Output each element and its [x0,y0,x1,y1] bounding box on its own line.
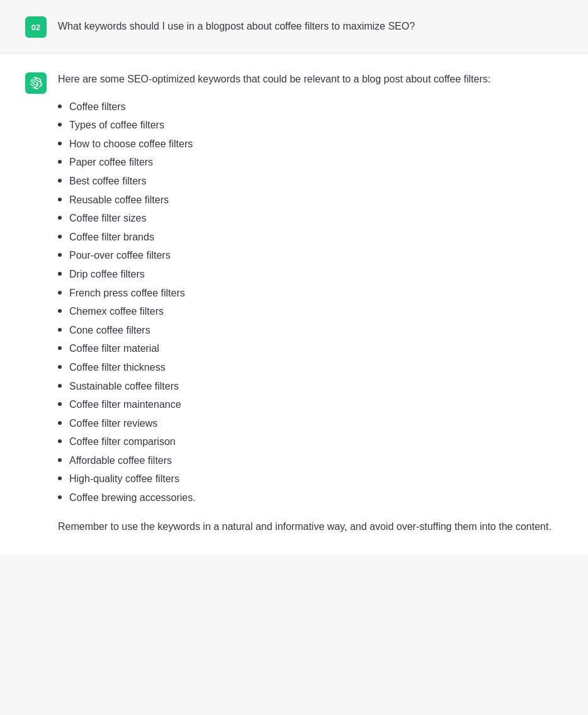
bullet-dot [58,291,62,295]
list-item: Coffee filter comparison [58,434,563,450]
list-item: Reusable coffee filters [58,192,563,208]
keyword-text: How to choose coffee filters [69,136,193,152]
keyword-text: Coffee filter maintenance [69,397,181,413]
list-item: Types of coffee filters [58,117,563,133]
list-item: High-quality coffee filters [58,471,563,487]
list-item: Paper coffee filters [58,154,563,171]
keywords-list: Coffee filtersTypes of coffee filtersHow… [58,99,563,506]
list-item: Coffee filter reviews [58,415,563,432]
list-item: Chemex coffee filters [58,303,563,320]
question-block: 02 What keywords should I use in a blogp… [0,0,588,53]
list-item: Affordable coffee filters [58,453,563,469]
keyword-text: High-quality coffee filters [69,471,179,487]
keyword-text: Best coffee filters [69,173,146,189]
answer-block: Here are some SEO-optimized keywords tha… [0,53,588,555]
keyword-text: Affordable coffee filters [69,453,172,469]
list-item: Coffee filter material [58,341,563,357]
chatgpt-avatar [25,72,47,94]
list-item: French press coffee filters [58,285,563,301]
bullet-dot [58,142,62,145]
list-item: Cone coffee filters [58,322,563,339]
keyword-text: Coffee filters [69,99,126,115]
list-item: Best coffee filters [58,173,563,189]
bullet-dot [58,179,62,183]
list-item: Coffee filter thickness [58,359,563,376]
bullet-dot [58,346,62,350]
list-item: Coffee filters [58,99,563,115]
bullet-dot [58,365,62,369]
bullet-dot [58,160,62,164]
keyword-text: Reusable coffee filters [69,192,169,208]
answer-intro: Here are some SEO-optimized keywords tha… [58,71,563,87]
page-wrapper: 02 What keywords should I use in a blogp… [0,0,588,555]
bullet-dot [58,476,62,480]
keyword-text: Pour-over coffee filters [69,247,171,264]
bullet-dot [58,235,62,239]
keyword-text: Coffee filter reviews [69,415,157,432]
bullet-dot [58,272,62,276]
answer-content: Here are some SEO-optimized keywords tha… [58,71,563,534]
bullet-dot [58,216,62,220]
question-number: 02 [31,23,40,32]
question-number-badge: 02 [25,16,47,38]
keyword-text: Coffee filter material [69,341,159,357]
list-item: How to choose coffee filters [58,136,563,152]
bullet-dot [58,253,62,257]
bullet-dot [58,328,62,332]
bullet-dot [58,104,62,108]
keyword-text: Coffee filter comparison [69,434,176,450]
bullet-dot [58,384,62,388]
list-item: Drip coffee filters [58,266,563,283]
chatgpt-icon-svg [30,77,42,89]
bullet-dot [58,309,62,313]
bullet-dot [58,458,62,462]
bullet-dot [58,439,62,443]
keyword-text: Coffee brewing accessories. [69,490,196,506]
keyword-text: French press coffee filters [69,285,185,301]
bullet-dot [58,198,62,201]
keyword-text: Coffee filter sizes [69,210,146,227]
keyword-text: Coffee filter brands [69,229,154,245]
keyword-text: Paper coffee filters [69,154,153,171]
answer-footer: Remember to use the keywords in a natura… [58,519,563,535]
bullet-dot [58,421,62,425]
list-item: Coffee brewing accessories. [58,490,563,506]
list-item: Pour-over coffee filters [58,247,563,264]
bullet-dot [58,123,62,127]
keyword-text: Sustainable coffee filters [69,378,179,395]
keyword-text: Cone coffee filters [69,322,150,339]
keyword-text: Chemex coffee filters [69,303,164,320]
list-item: Coffee filter brands [58,229,563,245]
keyword-text: Drip coffee filters [69,266,145,283]
bullet-dot [58,495,62,499]
keyword-text: Types of coffee filters [69,117,164,133]
list-item: Coffee filter maintenance [58,397,563,413]
bullet-dot [58,402,62,406]
keyword-text: Coffee filter thickness [69,359,166,376]
list-item: Coffee filter sizes [58,210,563,227]
list-item: Sustainable coffee filters [58,378,563,395]
question-text: What keywords should I use in a blogpost… [58,15,415,34]
